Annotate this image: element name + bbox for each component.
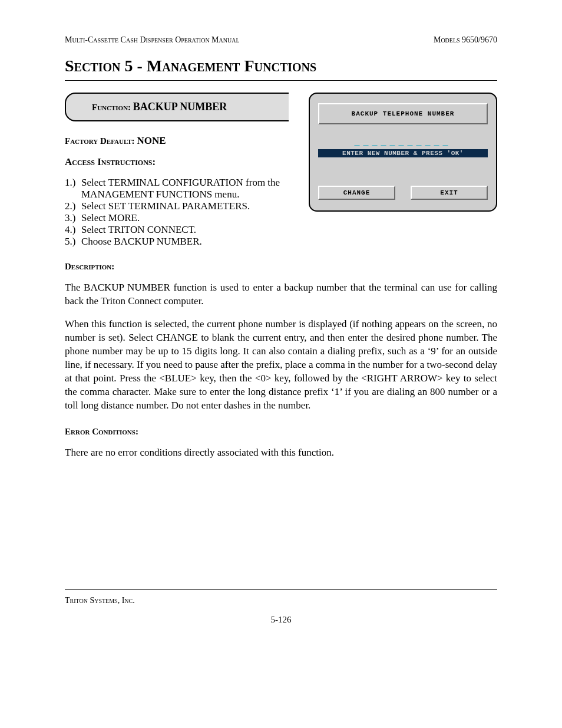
running-header: Multi-Cassette Cash Dispenser Operation … [65,35,497,45]
header-right: Models 9650/9670 [434,35,497,45]
factory-default: Factory Default: NONE [65,134,303,147]
step-text: Select TERMINAL CONFIGURATION from the M… [81,177,303,200]
step: 5.)Choose BACKUP NUMBER. [65,236,303,248]
header-left: Multi-Cassette Cash Dispenser Operation … [65,35,240,45]
terminal-screenshot: BACKUP TELEPHONE NUMBER ___________ ENTE… [309,93,497,212]
step-text: Select TRITON CONNECT. [81,224,196,236]
function-banner: Function: BACKUP NUMBER [65,93,289,121]
section-title: Section 5 - Management Functions [65,57,497,75]
step: 1.)Select TERMINAL CONFIGURATION from th… [65,177,303,200]
access-steps: 1.)Select TERMINAL CONFIGURATION from th… [65,177,303,248]
description-para-1: The BACKUP NUMBER function is used to en… [65,281,497,308]
left-column: Function: BACKUP NUMBER Factory Default:… [65,93,303,248]
description-para-2: When this function is selected, the curr… [65,318,497,413]
step: 2.)Select SET TERMINAL PARAMETERS. [65,200,303,212]
footer-rule [65,589,497,590]
access-instructions-label: Access Instructions: [65,156,303,169]
step-text: Choose BACKUP NUMBER. [81,236,202,248]
two-column-region: Function: BACKUP NUMBER Factory Default:… [65,93,497,248]
function-label: Function: [92,103,133,112]
step-text: Select SET TERMINAL PARAMETERS. [81,200,250,212]
change-button[interactable]: CHANGE [318,186,395,200]
step: 4.)Select TRITON CONNECT. [65,224,303,236]
description-label: Description: [65,262,497,272]
error-conditions-label: Error Conditions: [65,427,497,437]
page: Multi-Cassette Cash Dispenser Operation … [0,0,562,643]
error-conditions-text: There are no error conditions directly a… [65,446,497,460]
terminal-input-field[interactable]: ___________ [318,137,488,147]
terminal-title: BACKUP TELEPHONE NUMBER [318,103,488,124]
terminal-button-row: CHANGE EXIT [318,186,488,200]
terminal-instruction: ENTER NEW NUMBER & PRESS 'OK' [318,149,488,157]
rule [65,80,497,81]
page-number: 5-126 [65,615,497,625]
step: 3.)Select MORE. [65,212,303,224]
footer-company: Triton Systems, Inc. [65,596,497,605]
function-value: BACKUP NUMBER [133,101,227,113]
step-text: Select MORE. [81,212,140,224]
exit-button[interactable]: EXIT [411,186,488,200]
factory-default-value: NONE [137,135,166,146]
factory-default-label: Factory Default: [65,136,137,146]
